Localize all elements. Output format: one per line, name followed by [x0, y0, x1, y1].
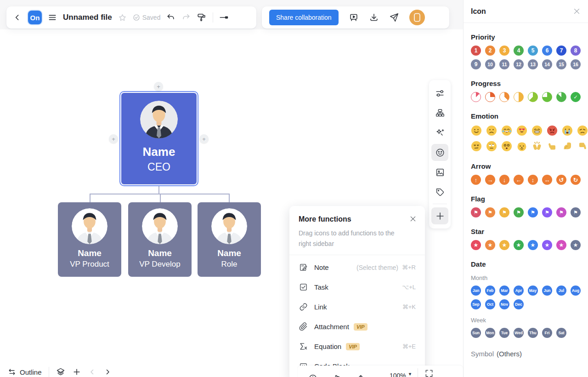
- priority-icon-16[interactable]: 16: [571, 59, 581, 69]
- progress-icon-8-8[interactable]: ✓: [571, 92, 581, 102]
- progress-icon-4-8[interactable]: [514, 92, 524, 102]
- month-icon-dec[interactable]: Dec: [514, 299, 524, 309]
- emotion-icon-loudly-crying[interactable]: [562, 125, 573, 137]
- history-icon[interactable]: [308, 373, 318, 377]
- drag-mode-icon[interactable]: [333, 373, 343, 377]
- emotion-icon-clapping[interactable]: [531, 140, 543, 152]
- month-icon-jun[interactable]: Jun: [542, 286, 552, 296]
- next-sheet-icon[interactable]: [103, 368, 112, 376]
- priority-icon-11[interactable]: 11: [499, 59, 509, 69]
- structure-icon[interactable]: [431, 104, 448, 121]
- flag-icon-2[interactable]: ⚑: [485, 207, 495, 217]
- weekday-icon-sun[interactable]: Sun: [471, 328, 481, 338]
- add-node-right-button[interactable]: +: [199, 134, 209, 143]
- emoji-icon[interactable]: [431, 144, 448, 161]
- close-icon[interactable]: [573, 7, 581, 15]
- undo-icon[interactable]: [166, 13, 175, 22]
- emotion-icon-dog[interactable]: [516, 140, 527, 152]
- arrow-icon-up[interactable]: ↑: [471, 175, 481, 185]
- org-node-root[interactable]: Name CEO: [120, 92, 198, 185]
- emotion-icon-grinning[interactable]: [531, 125, 543, 137]
- weekday-icon-thu[interactable]: Thu: [528, 328, 538, 338]
- emotion-icon-angry[interactable]: [547, 125, 558, 137]
- menu-icon[interactable]: [48, 13, 57, 22]
- priority-icon-12[interactable]: 12: [514, 59, 524, 69]
- menu-item-equation[interactable]: EquationVIP⌘+E: [299, 337, 416, 356]
- org-node-child[interactable]: NameVP Develop: [128, 202, 192, 277]
- weekday-icon-fri[interactable]: Fri: [542, 328, 552, 338]
- priority-icon-7[interactable]: 7: [556, 46, 566, 56]
- star-icon-1[interactable]: ★: [471, 240, 481, 250]
- star-icon-7[interactable]: ★: [556, 240, 566, 250]
- priority-icon-4[interactable]: 4: [514, 46, 524, 56]
- month-icon-mar[interactable]: Mar: [499, 286, 509, 296]
- priority-icon-6[interactable]: 6: [542, 46, 552, 56]
- emotion-icon-tears-of-joy[interactable]: [501, 125, 512, 137]
- image-icon[interactable]: [431, 164, 448, 181]
- month-icon-may[interactable]: May: [528, 286, 538, 296]
- month-icon-nov[interactable]: Nov: [499, 299, 509, 309]
- progress-icon-1-8[interactable]: [471, 92, 481, 102]
- emotion-icon-slightly-smiling[interactable]: [471, 125, 482, 137]
- flag-icon-5[interactable]: ⚑: [528, 207, 538, 217]
- weekday-icon-wed[interactable]: Wed: [514, 328, 524, 338]
- priority-icon-1[interactable]: 1: [471, 46, 481, 56]
- emotion-icon-heart-eyes[interactable]: [516, 125, 527, 137]
- send-icon[interactable]: [389, 12, 399, 23]
- download-icon[interactable]: [369, 12, 379, 23]
- user-avatar[interactable]: [409, 10, 425, 25]
- star-icon-6[interactable]: ★: [542, 240, 552, 250]
- fullscreen-icon[interactable]: [424, 369, 434, 377]
- flag-icon-4[interactable]: ⚑: [514, 207, 524, 217]
- prev-sheet-icon[interactable]: [88, 368, 96, 376]
- flag-icon-1[interactable]: ⚑: [471, 207, 481, 217]
- org-node-child[interactable]: NameRole: [198, 202, 261, 277]
- emotion-icon-thumbs-up[interactable]: [547, 140, 558, 152]
- close-icon[interactable]: [409, 215, 417, 223]
- arrow-icon-up-down[interactable]: ↕: [528, 175, 538, 185]
- progress-icon-3-8[interactable]: [499, 92, 509, 102]
- weekday-icon-mon[interactable]: Mon: [485, 328, 495, 338]
- favorite-star-icon[interactable]: [118, 13, 127, 22]
- flag-icon-6[interactable]: ⚑: [542, 207, 552, 217]
- star-icon-5[interactable]: ★: [528, 240, 538, 250]
- month-icon-oct[interactable]: Oct: [485, 299, 495, 309]
- zoom-level[interactable]: 100%: [390, 372, 406, 377]
- add-node-top-button[interactable]: +: [154, 82, 163, 91]
- back-icon[interactable]: [13, 13, 22, 22]
- priority-icon-9[interactable]: 9: [471, 59, 481, 69]
- emotion-icon-flexed-biceps[interactable]: [562, 140, 573, 152]
- emotion-icon-frowning[interactable]: [486, 125, 497, 137]
- arrow-icon-left[interactable]: ←: [514, 175, 524, 185]
- file-title[interactable]: Unnamed file: [63, 13, 112, 22]
- star-icon-2[interactable]: ★: [485, 240, 495, 250]
- emotion-icon-rolling-eyes[interactable]: [486, 140, 497, 152]
- redo-icon[interactable]: [181, 13, 191, 22]
- priority-icon-5[interactable]: 5: [528, 46, 538, 56]
- flag-icon-7[interactable]: ⚑: [556, 207, 566, 217]
- priority-icon-15[interactable]: 15: [556, 59, 566, 69]
- priority-icon-10[interactable]: 10: [485, 59, 495, 69]
- month-icon-apr[interactable]: Apr: [514, 286, 524, 296]
- style-settings-icon[interactable]: [431, 85, 448, 102]
- arrow-icon-refresh[interactable]: ↻: [571, 175, 581, 185]
- menu-item-link[interactable]: Link⌘+K: [299, 297, 416, 317]
- menu-item-task[interactable]: Task⌥+L: [299, 277, 416, 297]
- flag-icon-3[interactable]: ⚑: [499, 207, 509, 217]
- emotion-icon-steam-from-nose[interactable]: [577, 125, 588, 137]
- layers-icon[interactable]: [56, 367, 65, 377]
- month-icon-feb[interactable]: Feb: [485, 286, 495, 296]
- add-function-icon[interactable]: [431, 207, 448, 224]
- menu-item-attachment[interactable]: AttachmentVIP: [299, 317, 416, 337]
- present-icon[interactable]: [349, 12, 359, 23]
- month-icon-jul[interactable]: Jul: [556, 286, 566, 296]
- progress-icon-2-8[interactable]: [485, 92, 495, 102]
- month-icon-aug[interactable]: Aug: [571, 286, 581, 296]
- outline-toggle[interactable]: Outline: [7, 367, 42, 377]
- month-icon-jan[interactable]: Jan: [471, 286, 481, 296]
- emotion-icon-dizzy[interactable]: [501, 140, 512, 152]
- emotion-icon-thumbs-down[interactable]: [577, 140, 588, 152]
- priority-icon-8[interactable]: 8: [571, 46, 581, 56]
- format-painter-icon[interactable]: [197, 12, 207, 23]
- priority-icon-2[interactable]: 2: [485, 46, 495, 56]
